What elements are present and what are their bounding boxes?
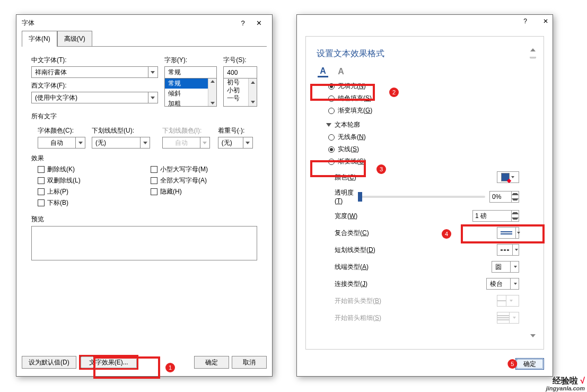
spin-down-icon[interactable] [512, 197, 519, 202]
font-color-select[interactable]: 自动 [38, 137, 85, 149]
font-size-value[interactable]: 400 [224, 67, 257, 79]
checkbox-all-caps[interactable]: 全部大写字母(A) [151, 176, 257, 185]
label-cap-type: 线端类型(A) [335, 263, 492, 272]
radio-solid-fill[interactable]: 纯色填充(S) [328, 94, 533, 103]
latin-font-select[interactable]: (使用中文字体) [31, 92, 158, 103]
width-value: 1 磅 [473, 212, 511, 221]
radio-solid-line[interactable]: 实线(S) [328, 145, 533, 154]
chevron-down-icon[interactable] [75, 137, 85, 148]
radio-label: 渐变填充(G) [338, 106, 372, 115]
radio-gradient-fill[interactable]: 渐变填充(G) [328, 106, 533, 115]
spin-up-icon[interactable] [512, 211, 519, 216]
checkbox-strikethrough[interactable]: 删除线(K) [38, 165, 144, 174]
scroll-up-icon[interactable] [251, 81, 255, 84]
tab-advanced[interactable]: 高级(V) [57, 31, 92, 47]
transparency-spinner[interactable]: 0% [489, 191, 519, 203]
font-style-listbox[interactable]: 常规 常规 倾斜 加粗 [164, 66, 217, 107]
close-icon[interactable]: ✕ [251, 19, 267, 27]
scroll-up-icon[interactable] [211, 80, 215, 83]
checkbox-superscript[interactable]: 上标(P) [38, 187, 144, 196]
label-chinese-font: 中文字体(T): [31, 56, 158, 65]
scroll-up-icon[interactable] [530, 48, 536, 51]
scroll-thumb[interactable] [530, 57, 536, 58]
spin-down-icon[interactable] [512, 216, 519, 221]
checkbox-label: 全部大写字母(A) [160, 176, 207, 185]
join-type-value: 棱台 [487, 280, 510, 289]
radio-no-fill[interactable]: 无填充(N) [328, 82, 533, 91]
watermark-url: jingyanla.com [546, 385, 585, 392]
label-transparency: 透明度(T) [335, 188, 358, 205]
radio-label: 实线(S) [338, 145, 359, 154]
set-default-button[interactable]: 设为默认值(D) [22, 356, 76, 369]
chevron-down-icon[interactable] [148, 92, 157, 103]
cap-type-select[interactable]: 圆 [492, 261, 519, 273]
underline-color-value: 自动 [163, 138, 200, 147]
group-label: 文本轮廓 [335, 120, 360, 129]
scrollbar[interactable] [248, 79, 257, 106]
chevron-down-icon [511, 176, 514, 178]
cancel-button[interactable]: 取消 [232, 356, 267, 369]
close-icon[interactable]: ✕ [543, 18, 548, 25]
ok-button[interactable]: 确定 [515, 358, 544, 370]
arrow-icon [497, 298, 506, 304]
tabs: 字体(N) 高级(V) [22, 31, 267, 47]
font-dialog: 字体 ? ✕ 字体(N) 高级(V) 中文字体(T): 祥南行書体 西文字体(F… [16, 14, 273, 377]
chevron-down-icon[interactable] [512, 245, 519, 255]
tab-text-effects[interactable]: A [336, 66, 346, 77]
scrollbar[interactable] [529, 47, 537, 338]
radio-label: 无线条(N) [338, 133, 366, 142]
pen-icon [502, 173, 509, 181]
help-icon[interactable]: ? [523, 18, 527, 25]
chevron-down-icon[interactable] [510, 262, 519, 272]
font-size-listbox[interactable]: 400 初号 小初 一号 [223, 66, 257, 107]
underline-style-select[interactable]: (无) [92, 137, 150, 149]
scroll-down-icon[interactable] [211, 102, 215, 104]
help-icon[interactable]: ? [235, 19, 251, 27]
checkbox-hidden[interactable]: 隐藏(H) [151, 187, 257, 196]
font-style-value[interactable]: 常规 [165, 67, 217, 79]
outline-color-picker[interactable] [497, 171, 519, 183]
chevron-down-icon[interactable] [140, 137, 150, 148]
chevron-down-icon[interactable] [515, 228, 520, 238]
radio-no-line[interactable]: 无线条(N) [328, 133, 533, 142]
scroll-down-icon[interactable] [251, 101, 255, 103]
label-begin-arrow-size: 开始箭头粗细(S) [335, 313, 497, 323]
dash-type-select[interactable] [497, 244, 519, 256]
join-type-select[interactable]: 棱台 [486, 278, 519, 290]
text-effects-button[interactable]: 文字效果(E)... [79, 355, 138, 370]
chevron-down-icon[interactable] [243, 137, 252, 148]
radio-gradient-line[interactable]: 渐变线(G) [328, 157, 533, 166]
section-preview: 预览 [31, 215, 257, 224]
label-emphasis: 着重号(·): [218, 126, 257, 135]
tab-font[interactable]: 字体(N) [22, 31, 57, 47]
checkbox-small-caps[interactable]: 小型大写字母(M) [151, 165, 257, 174]
text-effects-dialog: ? ✕ 设置文本效果格式 A A 无填充(N) 纯色填充(S) 渐变填充(G) … [296, 14, 553, 377]
chevron-down-icon[interactable] [148, 67, 157, 77]
letter-a-icon: A [320, 66, 326, 76]
scroll-down-icon[interactable] [530, 334, 536, 337]
checkbox-double-strike[interactable]: 双删除线(L) [38, 176, 144, 185]
pane-title: 设置文本效果格式 [317, 48, 533, 59]
checkbox-label: 上标(P) [47, 187, 68, 196]
ok-button[interactable]: 确定 [194, 356, 229, 369]
label-color: 颜色(C) [335, 173, 497, 182]
label-join-type: 连接类型(J) [335, 280, 486, 289]
badge-1: 1 [165, 363, 175, 372]
checkbox-subscript[interactable]: 下标(B) [38, 198, 144, 207]
begin-arrow-type-select [497, 295, 519, 307]
chevron-down-icon [200, 137, 209, 148]
compound-type-select[interactable] [497, 227, 519, 239]
width-spinner[interactable]: 1 磅 [472, 210, 519, 222]
transparency-slider[interactable] [358, 191, 485, 203]
chevron-down-icon[interactable] [510, 278, 519, 289]
checkbox-label: 隐藏(H) [160, 187, 182, 196]
chinese-font-select[interactable]: 祥南行書体 [31, 66, 158, 78]
scrollbar[interactable] [208, 79, 216, 106]
radio-label: 纯色填充(S) [338, 94, 372, 103]
label-underline-style: 下划线线型(U): [92, 126, 156, 135]
emphasis-select[interactable]: (无) [218, 137, 253, 149]
group-text-outline[interactable]: 文本轮廓 [326, 120, 533, 129]
tab-text-fill-outline[interactable]: A [318, 66, 328, 77]
badge-5: 5 [507, 359, 517, 369]
spin-up-icon[interactable] [512, 191, 519, 197]
